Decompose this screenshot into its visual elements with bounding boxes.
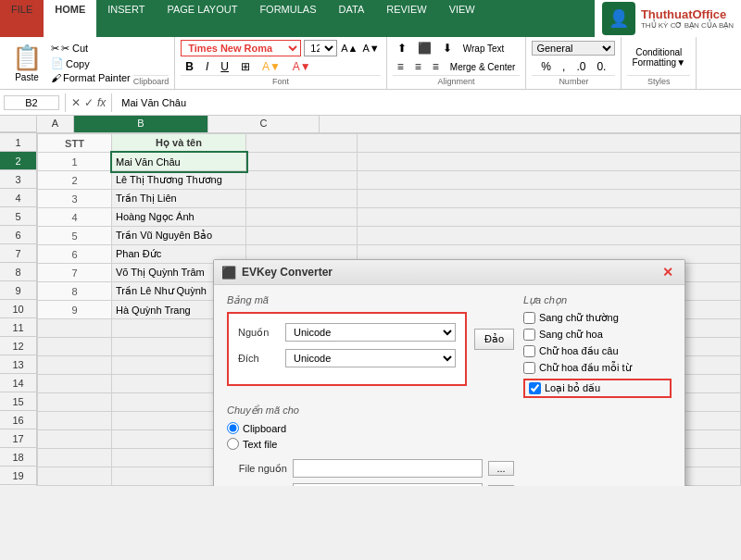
cell-b1[interactable]: Họ và tên (112, 134, 246, 153)
text-file-radio[interactable]: Text file (227, 438, 514, 450)
cell-a10[interactable]: 9 (38, 301, 112, 319)
clipboard-radio-input[interactable] (227, 422, 239, 434)
option-loai-bo-dau-input[interactable] (529, 382, 541, 394)
dao-button[interactable]: Đảo (474, 329, 514, 350)
cell-b6[interactable]: Trần Vũ Nguyên Bảo (112, 227, 246, 245)
tab-file[interactable]: FILE (0, 0, 44, 37)
row-num-15[interactable]: 15 (0, 392, 36, 411)
cell-a3[interactable]: 2 (38, 171, 112, 190)
tab-data[interactable]: DATA (328, 0, 376, 37)
row-num-12[interactable]: 12 (0, 337, 36, 355)
function-icon[interactable]: fx (97, 96, 106, 109)
row-num-17[interactable]: 17 (0, 429, 36, 448)
cell-a13[interactable] (38, 356, 112, 375)
cell-a7[interactable]: 6 (38, 245, 112, 264)
cell-c5[interactable] (246, 208, 358, 227)
bold-button[interactable]: B (181, 58, 198, 75)
cell-c3[interactable] (246, 171, 358, 190)
confirm-formula-icon[interactable]: ✓ (84, 96, 94, 109)
row-num-8[interactable]: 8 (0, 263, 36, 281)
option-chu-hoa-dau-cau[interactable]: Chữ hoa đầu câu (523, 345, 672, 357)
number-format-select[interactable]: General (532, 41, 615, 56)
col-header-b[interactable]: B (74, 116, 208, 132)
decrease-decimal[interactable]: 0. (592, 58, 610, 75)
align-top[interactable]: ⬆ (393, 40, 411, 56)
format-painter-button[interactable]: 🖌 Format Painter (48, 71, 133, 84)
row-num-2[interactable]: 2 (0, 152, 36, 170)
nguon-select[interactable]: Unicode (285, 323, 456, 342)
row-num-19[interactable]: 19 (0, 467, 36, 485)
file-dich-browse[interactable]: ... (488, 485, 514, 486)
dialog-close-button[interactable]: ✕ (659, 265, 677, 280)
tab-page-layout[interactable]: PAGE LAYOUT (156, 0, 248, 37)
cell-a9[interactable]: 8 (38, 282, 112, 301)
cell-a19[interactable] (38, 467, 112, 486)
row-num-3[interactable]: 3 (0, 170, 36, 189)
file-dich-input[interactable] (293, 483, 483, 486)
row-num-11[interactable]: 11 (0, 318, 36, 337)
cell-c4[interactable] (246, 190, 358, 208)
merge-center-button[interactable]: Merge & Center (446, 58, 521, 75)
option-sang-chu-hoa-input[interactable] (523, 329, 535, 341)
font-color-button[interactable]: A▼ (288, 58, 316, 75)
row-num-18[interactable]: 18 (0, 448, 36, 467)
cell-a1[interactable]: STT (38, 134, 112, 153)
cell-b5[interactable]: Hoàng Ngọc Ánh (112, 208, 246, 227)
cell-a8[interactable]: 7 (38, 264, 112, 282)
option-sang-chu-thuong-input[interactable] (523, 312, 535, 324)
align-left[interactable]: ≡ (393, 58, 408, 75)
row-num-1[interactable]: 1 (0, 133, 36, 152)
tab-review[interactable]: REVIEW (375, 0, 437, 37)
wrap-text-button[interactable]: Wrap Text (458, 40, 509, 56)
cell-reference-box[interactable] (4, 95, 59, 110)
copy-button[interactable]: 📄 Copy (48, 56, 133, 70)
font-name-select[interactable]: Times New Roma (181, 40, 301, 56)
row-num-13[interactable]: 13 (0, 355, 36, 374)
dich-select[interactable]: Unicode (285, 349, 456, 367)
option-chu-hoa-moi-tu[interactable]: Chữ hoa đầu mỗi từ (523, 362, 672, 374)
paste-button[interactable]: 📋 Paste (6, 40, 48, 86)
cell-b4[interactable]: Trần Thị Liên (112, 190, 246, 208)
increase-decimal[interactable]: .0 (571, 58, 590, 75)
cut-button[interactable]: ✂ ✂ Cut (48, 42, 133, 56)
border-button[interactable]: ⊞ (236, 58, 255, 75)
fill-color-button[interactable]: A▼ (257, 58, 285, 75)
cell-a6[interactable]: 5 (38, 227, 112, 245)
align-bottom[interactable]: ⬇ (438, 40, 457, 56)
text-file-radio-input[interactable] (227, 438, 239, 450)
font-size-decrease[interactable]: A▼ (362, 43, 381, 54)
cell-a2[interactable]: 1 (38, 153, 112, 171)
row-num-7[interactable]: 7 (0, 244, 36, 263)
col-header-a[interactable]: A (37, 116, 74, 132)
font-size-increase[interactable]: A▲ (340, 43, 358, 54)
option-sang-chu-thuong[interactable]: Sang chữ thường (523, 312, 672, 324)
option-sang-chu-hoa[interactable]: Sang chữ hoa (523, 329, 672, 341)
clipboard-radio[interactable]: Clipboard (227, 422, 514, 434)
cell-b3[interactable]: Lê Thị Thương Thương (112, 171, 246, 190)
cell-a16[interactable] (38, 412, 112, 430)
cell-a15[interactable] (38, 393, 112, 412)
italic-button[interactable]: I (201, 58, 213, 75)
cell-c6[interactable] (246, 227, 358, 245)
align-right[interactable]: ≡ (428, 58, 444, 75)
row-num-6[interactable]: 6 (0, 226, 36, 244)
cell-c2[interactable] (246, 153, 358, 171)
cell-a12[interactable] (38, 338, 112, 356)
conditional-formatting-button[interactable]: ConditionalFormatting▼ (627, 45, 690, 69)
formula-input[interactable]: Mai Văn Châu (118, 96, 737, 109)
align-middle[interactable]: ⬛ (413, 40, 436, 56)
option-chu-hoa-moi-tu-input[interactable] (523, 362, 535, 374)
file-nguon-input[interactable] (293, 459, 483, 478)
percent-button[interactable]: % (536, 58, 556, 75)
tab-home[interactable]: HOME (44, 0, 96, 37)
cell-a18[interactable] (38, 449, 112, 467)
cell-a11[interactable] (38, 319, 112, 338)
row-num-4[interactable]: 4 (0, 189, 36, 207)
cell-a5[interactable]: 4 (38, 208, 112, 227)
cell-c1[interactable] (246, 134, 358, 153)
option-chu-hoa-dau-cau-input[interactable] (523, 345, 535, 357)
cell-b2[interactable]: Mai Văn Châu (112, 153, 246, 171)
tab-formulas[interactable]: FORMULAS (248, 0, 327, 37)
font-size-select[interactable]: 12 (304, 40, 337, 56)
option-loai-bo-dau[interactable]: Loại bỏ dấu (523, 379, 672, 398)
